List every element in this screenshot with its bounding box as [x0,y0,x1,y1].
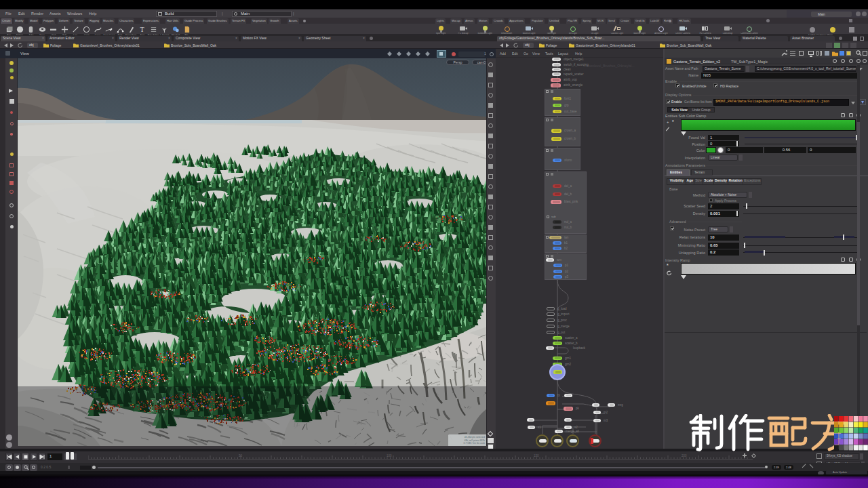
svg-text:100: 100 [387,454,392,458]
svg-text:T: T [140,26,144,33]
svg-text:150: 150 [534,454,539,458]
svg-text:50: 50 [239,454,243,458]
